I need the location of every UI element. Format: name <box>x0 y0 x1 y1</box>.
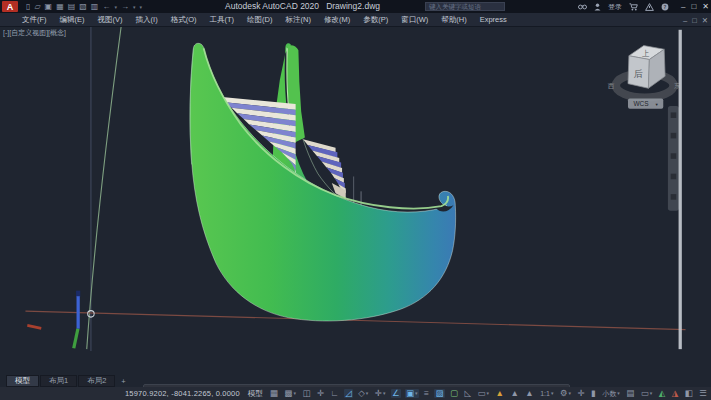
hardware-accel-icon[interactable]: ◮ <box>671 389 680 398</box>
drawing-viewport: 西 东 北 上 后 WCS ▾ <box>0 27 711 377</box>
plot-icon[interactable]: ▤ <box>68 2 76 11</box>
undo-caret-icon[interactable]: ▾ <box>114 4 117 10</box>
object-snap-icon[interactable]: ∠ <box>391 389 401 398</box>
selection-cycling-icon[interactable]: ▢ <box>449 389 459 398</box>
undo-icon[interactable]: ← <box>102 2 110 11</box>
document-window-controls: – □ ✕ <box>683 13 708 27</box>
user-icon[interactable] <box>594 2 601 11</box>
clean-screen-icon[interactable]: ◧ <box>684 389 694 398</box>
object-snap-tracking-icon[interactable]: ✛▾ <box>374 389 387 398</box>
polar-tracking-icon[interactable]: ◿ <box>344 389 353 398</box>
search-input[interactable]: 键入关键字或短语 <box>425 2 505 11</box>
nav-orbit-icon[interactable] <box>671 174 677 180</box>
publish-icon[interactable]: ▧ <box>79 2 87 11</box>
ucs-y-axis <box>74 329 78 348</box>
ortho-icon[interactable]: ∟ <box>329 389 339 398</box>
nav-pan-icon[interactable] <box>671 133 677 139</box>
menu-item-5[interactable]: 工具(T) <box>210 15 235 25</box>
annotation-current-icon[interactable]: ▲ <box>524 389 534 398</box>
menu-item-0[interactable]: 文件(F) <box>22 15 47 25</box>
menu-items: 文件(F)编辑(E)视图(V)插入(I)格式(O)工具(T)绘图(D)标注(N)… <box>22 15 507 25</box>
nav-wheel-icon[interactable] <box>671 112 677 118</box>
menu-item-8[interactable]: 修改(M) <box>324 15 350 25</box>
outer-wall-surface[interactable] <box>190 43 456 321</box>
units-label[interactable]: 小数▾ <box>601 389 621 398</box>
autocad-logo-icon[interactable]: A <box>2 1 18 12</box>
save-icon[interactable]: ▣ <box>45 2 53 11</box>
nav-motion-icon[interactable] <box>671 194 677 200</box>
cart-icon[interactable] <box>629 2 638 11</box>
lineweight-icon[interactable]: ≡ <box>423 389 430 398</box>
quick-properties-icon[interactable]: ▤ <box>625 389 635 398</box>
object-snap-3d-icon[interactable]: ▣▾ <box>405 389 419 398</box>
viewcube[interactable]: 西 东 北 上 后 WCS ▾ <box>607 46 681 109</box>
transparency-icon[interactable]: ▨ <box>434 389 444 398</box>
menu-item-3[interactable]: 插入(I) <box>136 15 158 25</box>
annotation-scale-label[interactable]: 1:1▾ <box>539 389 554 398</box>
layout-tab-1[interactable]: 布局1 <box>40 375 77 387</box>
print-icon[interactable]: ▥ <box>91 2 99 11</box>
minimize-button[interactable]: – <box>681 2 685 11</box>
annotation-monitor-icon[interactable]: ▭▾ <box>476 389 490 398</box>
system-monitor-icon[interactable]: ▭▾ <box>640 389 654 398</box>
app-title: Autodesk AutoCAD 2020 <box>225 1 319 11</box>
menu-item-1[interactable]: 编辑(E) <box>60 15 85 25</box>
doc-minimize-button[interactable]: – <box>683 16 687 25</box>
model-paper-toggle[interactable]: 模型 <box>248 389 263 399</box>
save-as-icon[interactable]: ▦ <box>56 2 64 11</box>
maximize-button[interactable]: □ <box>691 2 696 11</box>
isolate-objects-icon[interactable]: ▮ <box>590 389 597 398</box>
grid-icon[interactable]: ▦ <box>269 389 279 398</box>
ucs-z-axis <box>77 296 80 328</box>
doc-close-button[interactable]: ✕ <box>702 16 708 25</box>
annotation-visibility-icon[interactable]: ▲ <box>495 389 505 398</box>
annotation-autoscale-icon[interactable]: ▲ <box>509 389 519 398</box>
close-button[interactable]: ✕ <box>702 2 709 11</box>
model-space-canvas[interactable]: [-][自定义视图][概念] <box>0 27 711 377</box>
search-binoculars-icon[interactable] <box>578 2 587 11</box>
workspace-icon[interactable]: ⚙▾ <box>559 389 572 398</box>
status-bar: 15970.9202, -8041.2265, 0.0000 模型 ▦▩▾◫✛∟… <box>0 387 711 400</box>
customize-icon[interactable]: ☰ <box>698 389 708 398</box>
menu-item-4[interactable]: 格式(O) <box>171 15 197 25</box>
menu-item-2[interactable]: 视图(V) <box>98 15 123 25</box>
redo-icon[interactable]: → <box>121 2 129 11</box>
navbar-edge-strip[interactable] <box>679 30 682 349</box>
qat-customize-icon[interactable]: ▾ <box>139 4 142 10</box>
coordinates-readout[interactable]: 15970.9202, -8041.2265, 0.0000 <box>125 389 240 398</box>
new-file-icon[interactable]: ▯ <box>26 2 30 11</box>
menu-item-10[interactable]: 窗口(W) <box>401 15 428 25</box>
window-title: Autodesk AutoCAD 2020 Drawing2.dwg <box>225 1 380 11</box>
document-title: Drawing2.dwg <box>326 1 380 11</box>
menu-item-9[interactable]: 参数(P) <box>363 15 388 25</box>
title-bar: A ▯▱▣▦▤▧▥←▾→▾▾ Autodesk AutoCAD 2020 Dra… <box>0 0 711 13</box>
infer-constraints-icon[interactable]: ◫ <box>301 389 311 398</box>
open-folder-icon[interactable]: ▱ <box>34 2 40 11</box>
crosshair-icon[interactable]: ✛ <box>577 389 586 398</box>
add-layout-button[interactable]: + <box>116 375 130 387</box>
menu-bar: 文件(F)编辑(E)视图(V)插入(I)格式(O)工具(T)绘图(D)标注(N)… <box>0 13 711 27</box>
construction-spline-line[interactable] <box>87 27 121 349</box>
snap-icon[interactable]: ▩▾ <box>283 389 297 398</box>
menu-item-6[interactable]: 绘图(D) <box>247 15 272 25</box>
graphics-performance-icon[interactable]: ◭ <box>658 389 667 398</box>
dynamic-input-icon[interactable]: ✛ <box>316 389 325 398</box>
alert-icon[interactable] <box>645 2 654 11</box>
menu-item-11[interactable]: 帮助(H) <box>441 15 466 25</box>
sign-in-button[interactable]: 登录 <box>608 2 622 12</box>
doc-restore-button[interactable]: □ <box>692 16 697 25</box>
help-icon[interactable]: ? <box>661 2 669 11</box>
layout-tab-2[interactable]: 布局2 <box>78 375 115 387</box>
viewcube-west-label[interactable]: 西 <box>607 82 615 90</box>
dynamic-ucs-icon[interactable]: ◺ <box>463 389 472 398</box>
menu-item-12[interactable]: Express <box>480 15 507 25</box>
redo-caret-icon[interactable]: ▾ <box>133 4 136 10</box>
isometric-icon[interactable]: ◇▾ <box>357 389 369 398</box>
wcs-button-label: WCS <box>633 100 649 107</box>
layout-tab-0[interactable]: 模型 <box>6 375 39 387</box>
status-toggle-icons: ▦▩▾◫✛∟◿◇▾✛▾∠▣▾≡▨▢◺▭▾▲▲▲1:1▾⚙▾✛▮小数▾▤▭▾◭◮◧… <box>269 389 711 398</box>
ucs-icon[interactable] <box>27 291 80 349</box>
titlebar-right-cluster: 登录 ? <box>578 0 669 13</box>
menu-item-7[interactable]: 标注(N) <box>286 15 311 25</box>
nav-zoom-icon[interactable] <box>671 153 677 159</box>
